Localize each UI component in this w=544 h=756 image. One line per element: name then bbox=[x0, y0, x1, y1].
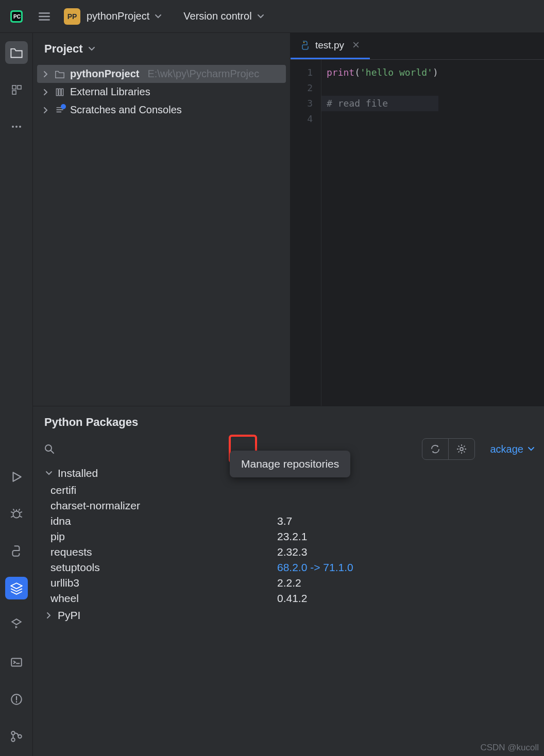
vc-label: Version control bbox=[183, 10, 251, 22]
code-editor[interactable]: 1234 print('hello world') # read file bbox=[291, 60, 544, 406]
library-icon bbox=[55, 87, 65, 97]
python-file-icon bbox=[300, 40, 310, 50]
chevron-down-icon bbox=[155, 13, 162, 20]
package-version: 23.2.1 bbox=[277, 530, 307, 543]
chevron-down-icon bbox=[45, 470, 53, 477]
package-version: 2.2.2 bbox=[277, 577, 301, 589]
packages-panel-title: Python Packages bbox=[33, 406, 544, 438]
packages-list: Installed certificharset-normalizeridna3… bbox=[33, 464, 544, 756]
reload-packages-button[interactable] bbox=[422, 439, 448, 459]
package-row[interactable]: requests2.32.3 bbox=[38, 544, 539, 560]
line-number-gutter: 1234 bbox=[291, 60, 321, 406]
add-package-button[interactable]: ackage bbox=[490, 443, 535, 455]
package-version: 68.2.0 -> 71.1.0 bbox=[277, 561, 353, 574]
tab-close-button[interactable] bbox=[352, 41, 361, 49]
left-tool-rail bbox=[0, 33, 33, 756]
svg-point-20 bbox=[303, 42, 304, 43]
chevron-down-icon bbox=[528, 445, 535, 453]
tool-structure[interactable] bbox=[5, 78, 28, 101]
chevron-right-icon bbox=[42, 71, 49, 78]
chevron-down-icon bbox=[257, 13, 264, 20]
project-name: pythonProject bbox=[87, 10, 149, 22]
tab-filename: test.py bbox=[315, 40, 344, 51]
tool-git[interactable] bbox=[5, 725, 28, 748]
tree-label: pythonProject bbox=[70, 68, 139, 80]
tool-debug[interactable] bbox=[5, 503, 28, 525]
package-version: 0.41.2 bbox=[277, 592, 307, 605]
version-control-menu[interactable]: Version control bbox=[183, 10, 264, 22]
package-version: 2.32.3 bbox=[277, 546, 307, 558]
project-panel-header[interactable]: Project bbox=[33, 33, 290, 65]
chevron-right-icon bbox=[42, 89, 49, 96]
code-content: print('hello world') # read file bbox=[321, 60, 438, 406]
package-row[interactable]: urllib32.2.2 bbox=[38, 575, 539, 591]
tree-path: E:\wk\py\PycharmProjec bbox=[147, 68, 259, 80]
package-name: setuptools bbox=[50, 561, 277, 574]
package-name: idna bbox=[50, 515, 277, 527]
editor-area: test.py 1234 print('hello world') # read… bbox=[291, 33, 544, 406]
tree-label: External Libraries bbox=[70, 86, 150, 98]
chevron-right-icon bbox=[42, 107, 49, 114]
tool-services[interactable] bbox=[5, 614, 28, 637]
search-icon bbox=[42, 442, 57, 456]
tree-row-project-root[interactable]: pythonProject E:\wk\py\PycharmProjec bbox=[37, 65, 286, 83]
section-label: PyPI bbox=[58, 609, 80, 622]
editor-tab-bar: test.py bbox=[291, 33, 544, 60]
main-menu-button[interactable] bbox=[37, 9, 52, 24]
package-name: wheel bbox=[50, 592, 277, 605]
package-version: 3.7 bbox=[277, 515, 292, 527]
project-panel: Project pythonProject E:\wk\py\PycharmPr… bbox=[33, 33, 291, 406]
manage-repositories-tooltip: Manage repositories bbox=[230, 451, 350, 477]
scratch-icon bbox=[55, 105, 65, 115]
section-label: Installed bbox=[58, 467, 98, 479]
project-selector[interactable]: PP pythonProject bbox=[64, 8, 162, 25]
tree-row-scratches[interactable]: Scratches and Consoles bbox=[37, 101, 286, 119]
package-name: charset-normalizer bbox=[50, 500, 277, 512]
tool-project[interactable] bbox=[5, 41, 28, 64]
package-row[interactable]: pip23.2.1 bbox=[38, 529, 539, 544]
package-row[interactable]: setuptools68.2.0 -> 71.1.0 bbox=[38, 560, 539, 575]
project-badge: PP bbox=[64, 8, 80, 25]
manage-repositories-button[interactable] bbox=[449, 439, 474, 459]
package-name: requests bbox=[50, 546, 277, 558]
tool-python-console[interactable] bbox=[5, 540, 28, 562]
tree-label: Scratches and Consoles bbox=[70, 104, 182, 116]
app-icon: PC bbox=[8, 8, 25, 25]
package-name: pip bbox=[50, 530, 277, 543]
svg-text:PC: PC bbox=[13, 14, 21, 20]
top-bar: PC PP pythonProject Version control bbox=[0, 0, 544, 33]
tool-run[interactable] bbox=[5, 466, 28, 488]
packages-tool-group bbox=[422, 438, 475, 460]
package-row[interactable]: idna3.7 bbox=[38, 513, 539, 529]
package-row[interactable]: wheel0.41.2 bbox=[38, 591, 539, 606]
add-package-label: ackage bbox=[490, 443, 524, 455]
tool-terminal[interactable] bbox=[5, 651, 28, 674]
package-row[interactable]: charset-normalizer bbox=[38, 498, 539, 513]
python-packages-panel: Python Packages ackage Manage repositori… bbox=[33, 406, 544, 756]
chevron-down-icon bbox=[88, 45, 95, 53]
package-name: certifi bbox=[50, 484, 277, 496]
packages-search[interactable] bbox=[42, 442, 197, 456]
chevron-right-icon bbox=[45, 612, 53, 619]
package-name: urllib3 bbox=[50, 577, 277, 589]
tool-python-packages[interactable] bbox=[5, 577, 28, 599]
tool-problems[interactable] bbox=[5, 688, 28, 711]
editor-tab[interactable]: test.py bbox=[291, 33, 370, 59]
section-pypi[interactable]: PyPI bbox=[38, 606, 539, 625]
watermark: CSDN @kucoll bbox=[480, 743, 539, 753]
folder-icon bbox=[55, 69, 65, 79]
project-tree: pythonProject E:\wk\py\PycharmProjec Ext… bbox=[33, 65, 290, 406]
package-row[interactable]: certifi bbox=[38, 483, 539, 498]
tree-row-external-libs[interactable]: External Libraries bbox=[37, 83, 286, 101]
tool-more[interactable] bbox=[5, 115, 28, 138]
panel-title: Project bbox=[44, 42, 83, 56]
